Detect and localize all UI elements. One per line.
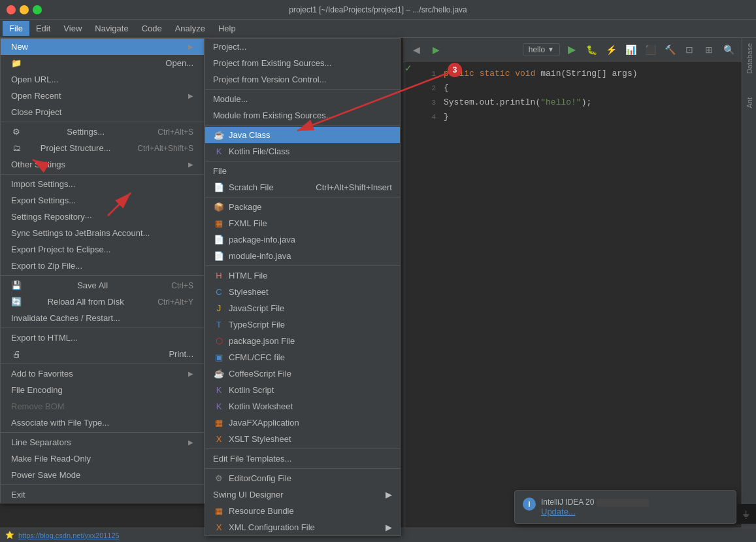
search-button[interactable]: 🔍 — [721, 42, 736, 58]
submenu-package[interactable]: 📦 Package — [205, 199, 400, 215]
submenu-project-existing[interactable]: Project from Existing Sources... — [205, 55, 400, 71]
submenu-kotlin-file[interactable]: K Kotlin File/Class — [205, 143, 400, 160]
menu-item-new[interactable]: New ▶ — [1, 39, 204, 55]
menu-file[interactable]: File — [3, 21, 29, 36]
menu-item-invalidate[interactable]: Invalidate Caches / Restart... — [1, 310, 204, 326]
submenu-project-vcs[interactable]: Project from Version Control... — [205, 71, 400, 88]
menu-item-settings[interactable]: ⚙ Settings... Ctrl+Alt+S — [1, 124, 204, 140]
submenu-java-class[interactable]: ☕ Java Class — [205, 127, 400, 143]
coverage-button[interactable]: ⚡ — [603, 42, 619, 58]
usb-icon-panel: ⏚ — [736, 504, 756, 524]
submenu-fxml[interactable]: ▦ FXML File — [205, 215, 400, 231]
gutter-checkmark: ✓ — [404, 63, 412, 73]
menu-item-export-html[interactable]: Export to HTML... — [1, 330, 204, 346]
minimize-button[interactable] — [20, 5, 29, 14]
menu-analyze[interactable]: Analyze — [169, 21, 212, 36]
notification-text: IntelliJ IDEA 20 — [541, 498, 594, 507]
resource-icon: ▦ — [213, 506, 225, 516]
menu-item-project-structure[interactable]: 🗂 Project Structure... Ctrl+Alt+Shift+S — [1, 140, 204, 156]
submenu-js-file[interactable]: J JavaScript File — [205, 300, 400, 316]
menu-item-associate-file[interactable]: Associate with File Type... — [1, 415, 204, 431]
menu-item-make-readonly[interactable]: Make File Read-Only — [1, 450, 204, 467]
menu-item-line-separators[interactable]: Line Separators ▶ — [1, 434, 204, 450]
menu-item-exit[interactable]: Exit — [1, 486, 204, 503]
layout2-button[interactable]: ⊞ — [701, 42, 717, 58]
profile-button[interactable]: 📊 — [623, 42, 638, 58]
update-link[interactable]: Update... — [541, 507, 576, 517]
submenu-sep-4 — [205, 197, 400, 197]
submenu-module[interactable]: Module... — [205, 91, 400, 107]
menu-item-settings-repository[interactable]: Settings Repository··· — [1, 209, 204, 225]
submenu-xslt[interactable]: X XSLT Stylesheet — [205, 431, 400, 447]
submenu-swing-ui[interactable]: Swing UI Designer ▶ — [205, 486, 400, 503]
submenu-html[interactable]: H HTML File — [205, 267, 400, 284]
menu-help[interactable]: Help — [212, 21, 242, 36]
submenu-scratch-file[interactable]: 📄 Scratch File Ctrl+Alt+Shift+Insert — [205, 179, 400, 195]
menu-view[interactable]: View — [57, 21, 88, 36]
debug-button[interactable]: 🐛 — [583, 42, 599, 58]
submenu-package-info[interactable]: 📄 package-info.java — [205, 231, 400, 248]
scratch-icon: 📄 — [213, 182, 225, 192]
menu-item-close-project[interactable]: Close Project — [1, 104, 204, 120]
menu-item-save-all[interactable]: 💾 Save All Ctrl+S — [1, 277, 204, 294]
run-button[interactable]: ▶ — [564, 42, 580, 58]
notification-content: IntelliJ IDEA 20 Update... — [541, 498, 649, 517]
submenu-sep-7 — [205, 468, 400, 469]
javafx-icon: ▦ — [213, 418, 225, 428]
menu-item-export-settings[interactable]: Export Settings... — [1, 192, 204, 209]
submenu-ts-file[interactable]: T TypeScript File — [205, 316, 400, 333]
submenu-xml-config[interactable]: X XML Configuration File ▶ — [205, 519, 400, 535]
status-icon: ⭐ — [5, 531, 14, 539]
menu-item-remove-bom[interactable]: Remove BOM — [1, 398, 204, 415]
menu-edit[interactable]: Edit — [29, 21, 57, 36]
submenu-resource-bundle[interactable]: ▦ Resource Bundle — [205, 503, 400, 519]
layout-button[interactable]: ⊡ — [682, 42, 697, 58]
menu-code[interactable]: Code — [135, 21, 169, 36]
menu-item-print[interactable]: 🖨 Print... — [1, 346, 204, 362]
run-config[interactable]: hello ▼ — [523, 43, 560, 56]
submenu-packagejson[interactable]: ⬡ package.json File — [205, 333, 400, 349]
menu-item-sync-settings[interactable]: Sync Settings to JetBrains Account... — [1, 225, 204, 241]
back-button[interactable]: ◀ — [408, 42, 424, 58]
database-tab[interactable]: Database — [743, 38, 756, 79]
submenu-stylesheet[interactable]: C Stylesheet — [205, 284, 400, 300]
window-title: project1 [~/IdeaProjects/project1] – ...… — [46, 5, 710, 14]
submenu-coffeescript[interactable]: ☕ CoffeeScript File — [205, 365, 400, 382]
submenu-project[interactable]: Project... — [205, 39, 400, 55]
print-icon: 🖨 — [11, 349, 22, 359]
module-info-icon: 📄 — [213, 251, 225, 261]
menu-item-file-encoding[interactable]: File Encoding — [1, 382, 204, 398]
submenu-edit-templates[interactable]: Edit File Templates... — [205, 450, 400, 467]
menu-item-power-save[interactable]: Power Save Mode — [1, 467, 204, 483]
separator-3 — [1, 275, 204, 276]
status-url[interactable]: https://blog.csdn.net/yxx201125 — [18, 532, 120, 539]
submenu-editorconfig[interactable]: ⚙ EditorConfig File — [205, 470, 400, 486]
menu-item-add-favorites[interactable]: Add to Favorites ▶ — [1, 365, 204, 382]
stop-button[interactable]: ⬛ — [642, 42, 658, 58]
submenu-file[interactable]: File — [205, 163, 400, 179]
menu-item-open-url[interactable]: Open URL... — [1, 71, 204, 88]
menu-item-open-recent[interactable]: Open Recent ▶ — [1, 88, 204, 104]
menu-item-export-zip[interactable]: Export to Zip File... — [1, 258, 204, 274]
menu-navigate[interactable]: Navigate — [88, 21, 135, 36]
menu-item-export-eclipse[interactable]: Export Project to Eclipse... — [1, 241, 204, 258]
notification-blurred — [597, 499, 649, 507]
forward-button[interactable]: ▶ — [428, 42, 444, 58]
close-button[interactable] — [7, 5, 16, 14]
ant-tab[interactable]: Ant — [743, 92, 756, 114]
menu-item-other-settings[interactable]: Other Settings ▶ — [1, 156, 204, 173]
submenu-kotlin-script[interactable]: K Kotlin Script — [205, 382, 400, 398]
submenu-kotlin-worksheet[interactable]: K Kotlin Worksheet — [205, 398, 400, 415]
submenu-cfml[interactable]: ▣ CFML/CFC file — [205, 349, 400, 365]
submenu-module-existing[interactable]: Module from Existing Sources... — [205, 107, 400, 124]
save-icon: 💾 — [11, 280, 22, 290]
submenu-module-info[interactable]: 📄 module-info.java — [205, 248, 400, 264]
menu-item-reload[interactable]: 🔄 Reload All from Disk Ctrl+Alt+Y — [1, 294, 204, 310]
menu-item-open[interactable]: 📁 Open... — [1, 55, 204, 71]
maximize-button[interactable] — [33, 5, 42, 14]
submenu-arrow-new: ▶ — [188, 43, 193, 50]
java-file-icon: 📄 — [213, 235, 225, 245]
menu-item-import-settings[interactable]: Import Settings... — [1, 176, 204, 192]
build-button[interactable]: 🔨 — [662, 42, 678, 58]
submenu-javafx[interactable]: ▦ JavaFXApplication — [205, 415, 400, 431]
